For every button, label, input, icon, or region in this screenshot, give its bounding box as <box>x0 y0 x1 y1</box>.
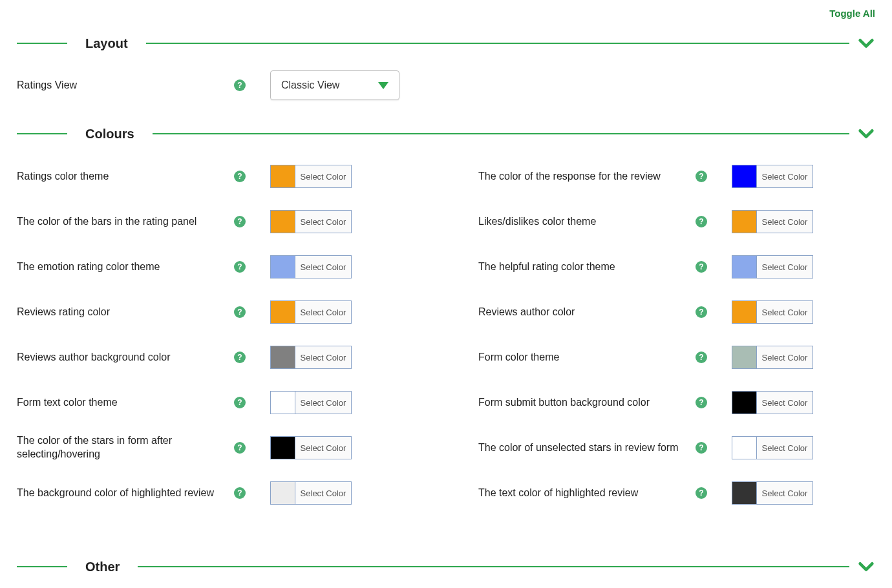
setting-row-colour: Form text color theme?Select Color <box>17 387 414 418</box>
color-picker[interactable]: Select Color <box>732 210 813 233</box>
color-picker[interactable]: Select Color <box>270 255 352 278</box>
divider-left <box>17 133 67 134</box>
select-value: Classic View <box>281 79 339 91</box>
help-icon[interactable]: ? <box>696 306 707 318</box>
setting-row-colour: The color of unselected stars in review … <box>478 432 875 463</box>
toggle-all-link[interactable]: Toggle All <box>17 8 875 19</box>
collapse-toggle[interactable] <box>857 34 875 52</box>
help-icon[interactable]: ? <box>234 442 246 454</box>
setting-row-colour: The background color of highlighted revi… <box>17 478 414 509</box>
setting-row-colour: The color of the bars in the rating pane… <box>17 206 414 237</box>
color-swatch <box>271 437 295 459</box>
collapse-toggle[interactable] <box>857 125 875 143</box>
select-color-button[interactable]: Select Color <box>757 437 812 459</box>
setting-row-colour: The emotion rating color theme?Select Co… <box>17 251 414 282</box>
select-color-button[interactable]: Select Color <box>295 256 351 278</box>
help-icon[interactable]: ? <box>696 397 707 408</box>
help-icon[interactable]: ? <box>234 216 246 227</box>
color-picker[interactable]: Select Color <box>732 436 813 459</box>
section-header-layout: Layout <box>17 34 875 52</box>
color-swatch <box>732 392 757 414</box>
ratings-view-select[interactable]: Classic View <box>270 70 399 100</box>
setting-label: The background color of highlighted revi… <box>17 487 234 500</box>
color-swatch <box>732 301 757 323</box>
select-color-button[interactable]: Select Color <box>757 482 812 504</box>
setting-label: Ratings color theme <box>17 170 234 184</box>
select-color-button[interactable]: Select Color <box>757 211 812 233</box>
help-icon[interactable]: ? <box>234 352 246 363</box>
select-color-button[interactable]: Select Color <box>295 211 351 233</box>
setting-label: Reviews author color <box>478 306 696 319</box>
setting-label: Form color theme <box>478 351 696 364</box>
select-color-button[interactable]: Select Color <box>757 256 812 278</box>
setting-label: Likes/dislikes color theme <box>478 215 696 229</box>
setting-label: Reviews rating color <box>17 306 234 319</box>
setting-row-colour: Form submit button background color?Sele… <box>478 387 875 418</box>
select-color-button[interactable]: Select Color <box>295 346 351 368</box>
color-swatch <box>271 211 295 233</box>
setting-label: Reviews author background color <box>17 351 234 364</box>
color-picker[interactable]: Select Color <box>270 210 352 233</box>
setting-label: The color of the response for the review <box>478 170 696 184</box>
select-color-button[interactable]: Select Color <box>757 301 812 323</box>
color-picker[interactable]: Select Color <box>732 165 813 188</box>
collapse-toggle[interactable] <box>857 558 875 576</box>
help-icon[interactable]: ? <box>234 261 246 273</box>
setting-row-colour: Likes/dislikes color theme?Select Color <box>478 206 875 237</box>
setting-label: Form text color theme <box>17 396 234 410</box>
setting-row-colour: Reviews author color?Select Color <box>478 297 875 328</box>
setting-label: Ratings View <box>17 79 234 92</box>
help-icon[interactable]: ? <box>696 352 707 363</box>
color-picker[interactable]: Select Color <box>732 300 813 324</box>
section-header-other: Other <box>17 558 875 576</box>
color-swatch <box>271 165 295 187</box>
help-icon[interactable]: ? <box>234 171 246 182</box>
color-picker[interactable]: Select Color <box>732 346 813 369</box>
color-picker[interactable]: Select Color <box>270 165 352 188</box>
select-color-button[interactable]: Select Color <box>757 165 812 187</box>
chevron-down-icon <box>378 82 388 89</box>
select-color-button[interactable]: Select Color <box>757 392 812 414</box>
setting-label: The color of the stars in form after sel… <box>17 434 234 461</box>
select-color-button[interactable]: Select Color <box>295 301 351 323</box>
help-icon[interactable]: ? <box>234 79 246 91</box>
color-picker[interactable]: Select Color <box>270 436 352 459</box>
help-icon[interactable]: ? <box>696 261 707 273</box>
select-color-button[interactable]: Select Color <box>295 437 351 459</box>
section-header-colours: Colours <box>17 125 875 143</box>
colours-grid: Ratings color theme?Select ColorThe colo… <box>17 161 875 523</box>
help-icon[interactable]: ? <box>234 397 246 408</box>
color-picker[interactable]: Select Color <box>270 346 352 369</box>
color-swatch <box>732 256 757 278</box>
help-icon[interactable]: ? <box>696 216 707 227</box>
setting-label: The color of unselected stars in review … <box>478 441 696 455</box>
color-picker[interactable]: Select Color <box>270 391 352 414</box>
color-swatch <box>732 346 757 368</box>
help-icon[interactable]: ? <box>234 487 246 499</box>
color-picker[interactable]: Select Color <box>732 481 813 505</box>
color-picker[interactable]: Select Color <box>732 255 813 278</box>
select-color-button[interactable]: Select Color <box>295 165 351 187</box>
divider-left <box>17 43 67 44</box>
color-picker[interactable]: Select Color <box>270 300 352 324</box>
setting-row-colour: Reviews rating color?Select Color <box>17 297 414 328</box>
setting-label: The color of the bars in the rating pane… <box>17 215 234 229</box>
setting-label: The text color of highlighted review <box>478 487 696 500</box>
color-swatch <box>271 301 295 323</box>
divider-right <box>146 43 849 44</box>
setting-row-colour: The text color of highlighted review?Sel… <box>478 478 875 509</box>
color-picker[interactable]: Select Color <box>732 391 813 414</box>
help-icon[interactable]: ? <box>696 171 707 182</box>
help-icon[interactable]: ? <box>696 442 707 454</box>
select-color-button[interactable]: Select Color <box>295 482 351 504</box>
color-swatch <box>271 256 295 278</box>
select-color-button[interactable]: Select Color <box>757 346 812 368</box>
setting-row-colour: Ratings color theme?Select Color <box>17 161 414 192</box>
help-icon[interactable]: ? <box>234 306 246 318</box>
color-picker[interactable]: Select Color <box>270 481 352 505</box>
help-icon[interactable]: ? <box>696 487 707 499</box>
select-color-button[interactable]: Select Color <box>295 392 351 414</box>
divider-right <box>138 566 849 567</box>
setting-row-colour: Form color theme?Select Color <box>478 342 875 373</box>
section-title: Other <box>67 560 138 574</box>
